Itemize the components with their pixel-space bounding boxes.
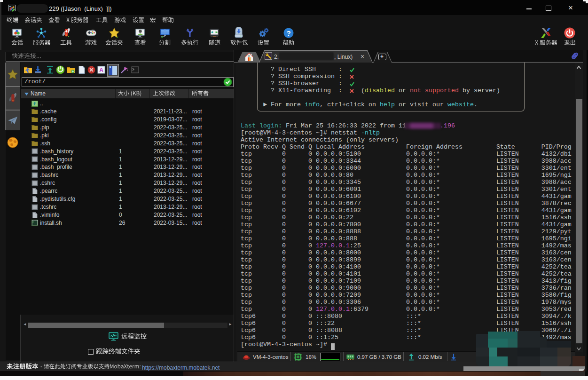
svg-text:A: A: [99, 67, 103, 73]
svg-text:?: ?: [286, 29, 290, 37]
